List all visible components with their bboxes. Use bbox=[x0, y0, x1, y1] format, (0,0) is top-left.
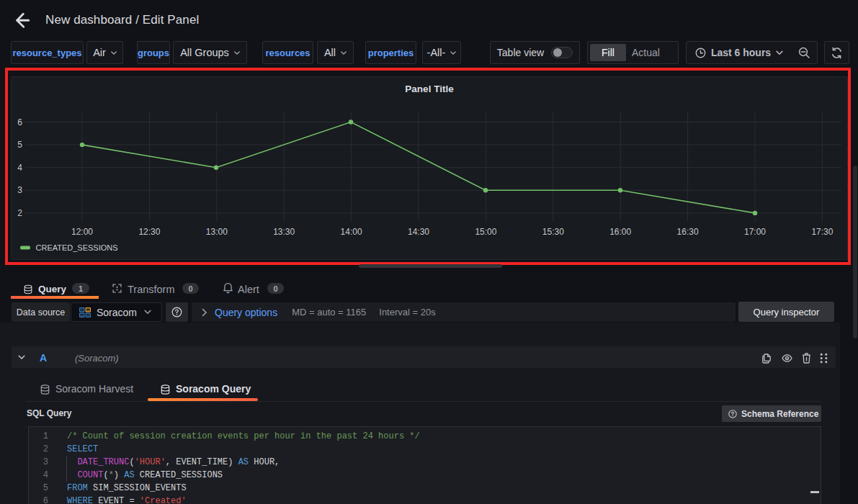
svg-text:5: 5 bbox=[17, 140, 22, 150]
svg-text:4: 4 bbox=[17, 163, 22, 173]
svg-text:15:30: 15:30 bbox=[542, 227, 564, 237]
svg-text:15:00: 15:00 bbox=[475, 227, 496, 237]
svg-text:3: 3 bbox=[17, 185, 22, 195]
svg-text:CREATED_SESSIONS: CREATED_SESSIONS bbox=[36, 243, 118, 252]
svg-text:17:30: 17:30 bbox=[811, 227, 833, 237]
svg-text:13:30: 13:30 bbox=[273, 227, 295, 237]
svg-text:6: 6 bbox=[17, 117, 22, 127]
svg-text:12:30: 12:30 bbox=[138, 227, 160, 237]
svg-text:16:00: 16:00 bbox=[609, 227, 631, 237]
svg-text:12:00: 12:00 bbox=[71, 227, 93, 237]
svg-text:17:00: 17:00 bbox=[744, 227, 766, 237]
svg-text:Panel Title: Panel Title bbox=[405, 84, 454, 94]
svg-text:16:30: 16:30 bbox=[677, 227, 699, 237]
svg-text:2: 2 bbox=[17, 208, 22, 218]
svg-text:14:00: 14:00 bbox=[341, 227, 362, 237]
svg-text:13:00: 13:00 bbox=[206, 227, 228, 237]
svg-text:14:30: 14:30 bbox=[408, 227, 429, 237]
